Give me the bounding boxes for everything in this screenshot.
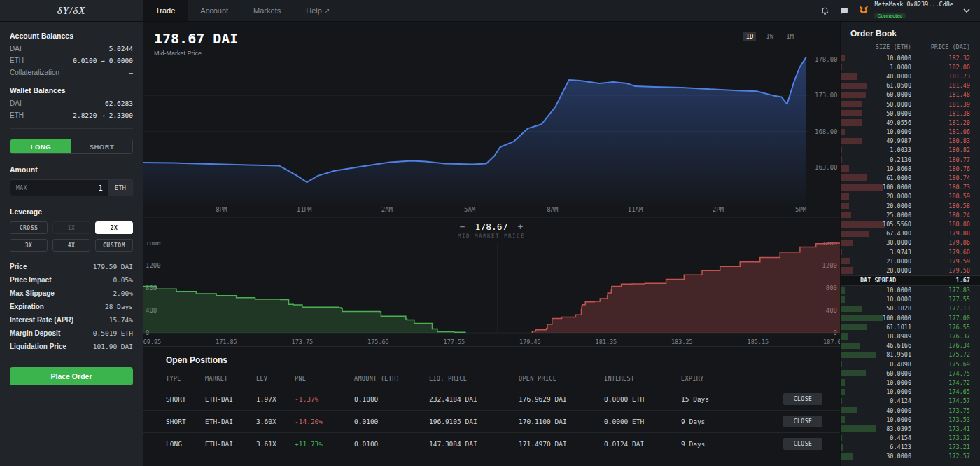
order-price: 181.20 xyxy=(911,119,970,126)
orderbook-bid-row[interactable]: 40.0000173.75 xyxy=(841,406,980,415)
orderbook-ask-row[interactable]: 20.0000180.58 xyxy=(841,201,980,210)
orderbook-ask-row[interactable]: 61.0500181.49 xyxy=(841,81,980,90)
order-size: 28.0000 xyxy=(851,267,911,274)
orderbook-bid-row[interactable]: 10.0000177.83 xyxy=(841,286,980,295)
time-axis-label: 8AM xyxy=(547,206,558,213)
spread-label: DAI SPREAD xyxy=(860,277,896,284)
orderbook-bid-row[interactable]: 0.4154173.32 xyxy=(841,434,980,443)
timeframe-1d[interactable]: 1D xyxy=(743,32,756,41)
tab-trade[interactable]: Trade xyxy=(143,0,188,21)
order-size: 50.0000 xyxy=(851,101,911,108)
orderbook-bid-row[interactable]: 30.0000172.57 xyxy=(841,452,980,461)
leverage-option-3x[interactable]: 3X xyxy=(10,239,48,252)
logo[interactable]: δY/δX xyxy=(0,0,143,21)
close-position-button[interactable]: CLOSE xyxy=(783,438,822,450)
depth-axis-label: 183.25 xyxy=(671,338,693,345)
balance-row: DAI5.0244 xyxy=(10,45,133,53)
orderbook-bid-row[interactable]: 50.1828177.13 xyxy=(841,304,980,313)
tab-markets[interactable]: Markets xyxy=(241,0,293,21)
leverage-option-custom[interactable]: CUSTOM xyxy=(95,239,133,252)
leverage-option-1x[interactable]: 1X xyxy=(52,221,90,234)
orderbook-bid-row[interactable]: 81.9501175.72 xyxy=(841,350,980,359)
orderbook-bid-row[interactable]: 10.0000174.65 xyxy=(841,388,980,397)
time-axis-label: 5PM xyxy=(795,206,806,213)
account-balances-rows: DAI5.0244ETH0.0100 → 0.0000Collateraliza… xyxy=(10,45,133,76)
leverage-label: Leverage xyxy=(10,207,133,216)
timeframe-1w[interactable]: 1W xyxy=(763,32,776,41)
orderbook-bid-row[interactable]: 46.6166176.34 xyxy=(841,341,980,350)
notifications-bell-icon[interactable] xyxy=(820,6,830,15)
price-chart-section: 178.00173.00168.00163.00 178.67 DAI Mid-… xyxy=(143,22,840,217)
timeframe-1m[interactable]: 1M xyxy=(783,32,797,41)
depth-bar xyxy=(841,55,845,61)
amount-input[interactable] xyxy=(33,184,108,192)
chat-icon[interactable] xyxy=(839,6,848,15)
depth-bar xyxy=(841,258,850,264)
orderbook-bid-row[interactable]: 6.4123173.21 xyxy=(841,443,980,452)
orderbook-ask-row[interactable]: 1.0000182.00 xyxy=(841,62,980,71)
depth-bar xyxy=(841,147,842,153)
orderbook-ask-row[interactable]: 67.4300179.88 xyxy=(841,229,980,238)
price-chart[interactable]: 178.00173.00168.00163.00 xyxy=(143,22,840,210)
orderbook-ask-row[interactable]: 30.0000179.86 xyxy=(841,238,980,247)
max-button[interactable]: MAX xyxy=(10,185,33,191)
orderbook-ask-row[interactable]: 21.0000179.59 xyxy=(841,256,980,266)
wallet-connection[interactable]: MetaMask 0x8239...Cd8e Connected xyxy=(858,1,953,20)
orderbook-ask-row[interactable]: 49.9987180.83 xyxy=(841,137,980,146)
orderbook-bid-row[interactable]: 61.1011176.55 xyxy=(841,322,980,331)
close-position-button[interactable]: CLOSE xyxy=(783,416,822,427)
leverage-option-4x[interactable]: 4X xyxy=(52,239,90,252)
price-decrement-button[interactable]: − xyxy=(460,221,465,232)
order-size: 0.2130 xyxy=(851,156,911,163)
position-row: SHORTETH-DAI3.60X-14.20%0.0100196.9105 D… xyxy=(143,410,840,432)
orderbook-bid-row[interactable]: 10.0000173.53 xyxy=(841,415,980,424)
orderbook-ask-row[interactable]: 100.0000180.73 xyxy=(841,183,980,192)
orderbook-ask-row[interactable]: 105.5560180.00 xyxy=(841,219,980,228)
orderbook-ask-row[interactable]: 60.0000181.48 xyxy=(841,90,980,100)
orderbook-ask-row[interactable]: 3.9743179.60 xyxy=(841,247,980,256)
order-size: 40.0000 xyxy=(851,73,911,80)
order-price: 181.49 xyxy=(911,82,970,89)
summary-value: 28 Days xyxy=(105,303,133,310)
order-size: 30.0000 xyxy=(851,453,911,460)
svg-text:168.00: 168.00 xyxy=(815,128,838,135)
leverage-option-cross[interactable]: CROSS xyxy=(10,221,48,234)
orderbook-ask-row[interactable]: 50.0000181.38 xyxy=(841,109,980,118)
orderbook-ask-row[interactable]: 50.0000181.39 xyxy=(841,100,980,109)
orderbook-ask-row[interactable]: 25.0000180.24 xyxy=(841,210,980,219)
orderbook-ask-row[interactable]: 10.0000181.06 xyxy=(841,128,980,137)
order-size: 40.0000 xyxy=(851,407,911,414)
place-order-button[interactable]: Place Order xyxy=(10,367,133,385)
orderbook-ask-row[interactable]: 49.0556181.20 xyxy=(841,118,980,127)
orderbook-ask-row[interactable]: 19.8668180.76 xyxy=(841,164,980,173)
close-position-button[interactable]: CLOSE xyxy=(783,393,822,405)
orderbook-ask-row[interactable]: 10.0000182.32 xyxy=(841,53,980,62)
orderbook-ask-row[interactable]: 0.2130180.77 xyxy=(841,155,980,164)
orderbook-bid-row[interactable]: 60.0000174.75 xyxy=(841,369,980,378)
orderbook-ask-row[interactable]: 28.0000179.50 xyxy=(841,266,980,275)
chevron-down-icon[interactable] xyxy=(963,8,970,13)
side-toggle: LONG SHORT xyxy=(10,139,133,154)
price-increment-button[interactable]: + xyxy=(517,221,523,232)
long-button[interactable]: LONG xyxy=(10,139,71,153)
position-open-price: 170.1100 DAI xyxy=(519,418,604,425)
tab-help[interactable]: Help↗ xyxy=(293,0,342,21)
leverage-option-2x[interactable]: 2X xyxy=(95,221,133,234)
orderbook-ask-row[interactable]: 1.0033180.82 xyxy=(841,146,980,155)
leverage-options: CROSS1X2X3X4XCUSTOM xyxy=(10,221,133,252)
orderbook-bid-row[interactable]: 10.0000174.72 xyxy=(841,378,980,387)
tab-account[interactable]: Account xyxy=(188,0,241,21)
position-market: ETH-DAI xyxy=(205,418,256,425)
orderbook-ask-row[interactable]: 40.0000181.73 xyxy=(841,71,980,81)
orderbook-ask-row[interactable]: 61.0000180.74 xyxy=(841,173,980,182)
orderbook-ask-row[interactable]: 20.0000180.59 xyxy=(841,192,980,201)
orderbook-bid-row[interactable]: 83.0395173.41 xyxy=(841,424,980,433)
orderbook-bid-row[interactable]: 0.4124174.57 xyxy=(841,397,980,406)
orderbook-bid-row[interactable]: 10.0000177.55 xyxy=(841,295,980,304)
short-button[interactable]: SHORT xyxy=(71,139,132,153)
orderbook-bid-row[interactable]: 0.4098175.69 xyxy=(841,359,980,369)
svg-text:173.00: 173.00 xyxy=(815,92,838,99)
orderbook-bid-row[interactable]: 18.8989176.37 xyxy=(841,331,980,341)
depth-chart[interactable]: 160016001200120080080040040000 xyxy=(143,242,840,338)
orderbook-bid-row[interactable]: 100.0000177.00 xyxy=(841,313,980,322)
